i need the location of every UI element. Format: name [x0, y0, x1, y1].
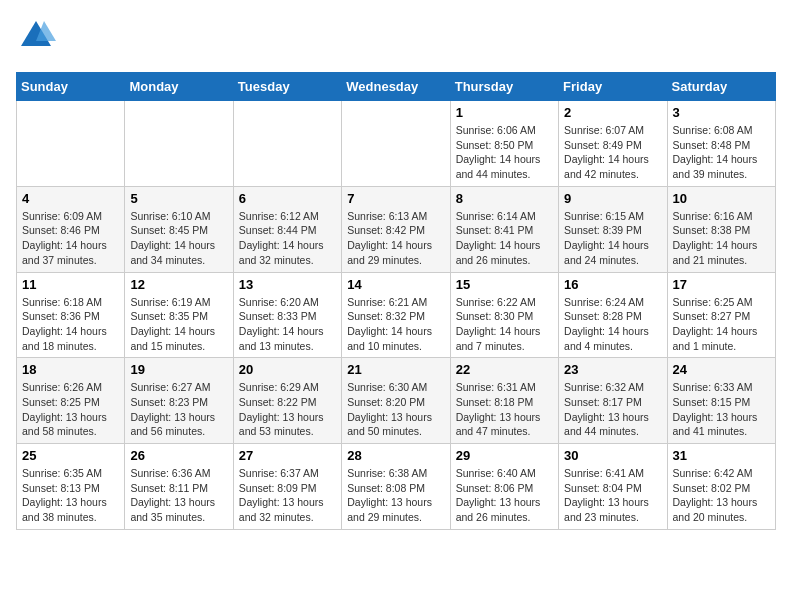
calendar-day-10: 10Sunrise: 6:16 AM Sunset: 8:38 PM Dayli… — [667, 186, 775, 272]
day-content: Sunrise: 6:30 AM Sunset: 8:20 PM Dayligh… — [347, 380, 444, 439]
day-content: Sunrise: 6:09 AM Sunset: 8:46 PM Dayligh… — [22, 209, 119, 268]
day-number: 7 — [347, 191, 444, 206]
day-content: Sunrise: 6:19 AM Sunset: 8:35 PM Dayligh… — [130, 295, 227, 354]
calendar-day-7: 7Sunrise: 6:13 AM Sunset: 8:42 PM Daylig… — [342, 186, 450, 272]
day-number: 18 — [22, 362, 119, 377]
day-number: 3 — [673, 105, 770, 120]
day-number: 30 — [564, 448, 661, 463]
logo-icon — [16, 16, 56, 56]
calendar-day-1: 1Sunrise: 6:06 AM Sunset: 8:50 PM Daylig… — [450, 101, 558, 187]
calendar-day-17: 17Sunrise: 6:25 AM Sunset: 8:27 PM Dayli… — [667, 272, 775, 358]
day-number: 22 — [456, 362, 553, 377]
calendar-week-4: 18Sunrise: 6:26 AM Sunset: 8:25 PM Dayli… — [17, 358, 776, 444]
day-content: Sunrise: 6:38 AM Sunset: 8:08 PM Dayligh… — [347, 466, 444, 525]
header-saturday: Saturday — [667, 73, 775, 101]
day-content: Sunrise: 6:37 AM Sunset: 8:09 PM Dayligh… — [239, 466, 336, 525]
day-number: 6 — [239, 191, 336, 206]
header-sunday: Sunday — [17, 73, 125, 101]
day-number: 11 — [22, 277, 119, 292]
calendar-week-3: 11Sunrise: 6:18 AM Sunset: 8:36 PM Dayli… — [17, 272, 776, 358]
day-content: Sunrise: 6:40 AM Sunset: 8:06 PM Dayligh… — [456, 466, 553, 525]
day-content: Sunrise: 6:35 AM Sunset: 8:13 PM Dayligh… — [22, 466, 119, 525]
calendar-day-4: 4Sunrise: 6:09 AM Sunset: 8:46 PM Daylig… — [17, 186, 125, 272]
day-content: Sunrise: 6:25 AM Sunset: 8:27 PM Dayligh… — [673, 295, 770, 354]
empty-cell — [17, 101, 125, 187]
day-content: Sunrise: 6:06 AM Sunset: 8:50 PM Dayligh… — [456, 123, 553, 182]
calendar-day-25: 25Sunrise: 6:35 AM Sunset: 8:13 PM Dayli… — [17, 444, 125, 530]
day-content: Sunrise: 6:10 AM Sunset: 8:45 PM Dayligh… — [130, 209, 227, 268]
day-number: 19 — [130, 362, 227, 377]
day-number: 25 — [22, 448, 119, 463]
calendar-day-28: 28Sunrise: 6:38 AM Sunset: 8:08 PM Dayli… — [342, 444, 450, 530]
calendar-header-row: SundayMondayTuesdayWednesdayThursdayFrid… — [17, 73, 776, 101]
calendar-day-16: 16Sunrise: 6:24 AM Sunset: 8:28 PM Dayli… — [559, 272, 667, 358]
day-number: 20 — [239, 362, 336, 377]
calendar-week-5: 25Sunrise: 6:35 AM Sunset: 8:13 PM Dayli… — [17, 444, 776, 530]
day-number: 9 — [564, 191, 661, 206]
day-content: Sunrise: 6:27 AM Sunset: 8:23 PM Dayligh… — [130, 380, 227, 439]
header — [16, 16, 776, 60]
day-content: Sunrise: 6:08 AM Sunset: 8:48 PM Dayligh… — [673, 123, 770, 182]
day-number: 16 — [564, 277, 661, 292]
calendar-week-1: 1Sunrise: 6:06 AM Sunset: 8:50 PM Daylig… — [17, 101, 776, 187]
day-number: 15 — [456, 277, 553, 292]
day-content: Sunrise: 6:07 AM Sunset: 8:49 PM Dayligh… — [564, 123, 661, 182]
day-content: Sunrise: 6:16 AM Sunset: 8:38 PM Dayligh… — [673, 209, 770, 268]
day-content: Sunrise: 6:36 AM Sunset: 8:11 PM Dayligh… — [130, 466, 227, 525]
calendar-day-5: 5Sunrise: 6:10 AM Sunset: 8:45 PM Daylig… — [125, 186, 233, 272]
day-number: 31 — [673, 448, 770, 463]
day-number: 26 — [130, 448, 227, 463]
day-number: 5 — [130, 191, 227, 206]
day-number: 23 — [564, 362, 661, 377]
day-content: Sunrise: 6:24 AM Sunset: 8:28 PM Dayligh… — [564, 295, 661, 354]
calendar-day-22: 22Sunrise: 6:31 AM Sunset: 8:18 PM Dayli… — [450, 358, 558, 444]
calendar-day-12: 12Sunrise: 6:19 AM Sunset: 8:35 PM Dayli… — [125, 272, 233, 358]
day-number: 21 — [347, 362, 444, 377]
day-content: Sunrise: 6:13 AM Sunset: 8:42 PM Dayligh… — [347, 209, 444, 268]
header-wednesday: Wednesday — [342, 73, 450, 101]
day-content: Sunrise: 6:32 AM Sunset: 8:17 PM Dayligh… — [564, 380, 661, 439]
empty-cell — [233, 101, 341, 187]
day-number: 12 — [130, 277, 227, 292]
calendar-day-6: 6Sunrise: 6:12 AM Sunset: 8:44 PM Daylig… — [233, 186, 341, 272]
day-number: 8 — [456, 191, 553, 206]
calendar-day-29: 29Sunrise: 6:40 AM Sunset: 8:06 PM Dayli… — [450, 444, 558, 530]
calendar-day-23: 23Sunrise: 6:32 AM Sunset: 8:17 PM Dayli… — [559, 358, 667, 444]
day-content: Sunrise: 6:42 AM Sunset: 8:02 PM Dayligh… — [673, 466, 770, 525]
calendar-day-21: 21Sunrise: 6:30 AM Sunset: 8:20 PM Dayli… — [342, 358, 450, 444]
calendar-day-19: 19Sunrise: 6:27 AM Sunset: 8:23 PM Dayli… — [125, 358, 233, 444]
calendar-day-24: 24Sunrise: 6:33 AM Sunset: 8:15 PM Dayli… — [667, 358, 775, 444]
calendar-week-2: 4Sunrise: 6:09 AM Sunset: 8:46 PM Daylig… — [17, 186, 776, 272]
day-number: 27 — [239, 448, 336, 463]
day-number: 13 — [239, 277, 336, 292]
calendar-day-8: 8Sunrise: 6:14 AM Sunset: 8:41 PM Daylig… — [450, 186, 558, 272]
day-content: Sunrise: 6:41 AM Sunset: 8:04 PM Dayligh… — [564, 466, 661, 525]
logo — [16, 16, 56, 60]
day-number: 29 — [456, 448, 553, 463]
day-content: Sunrise: 6:14 AM Sunset: 8:41 PM Dayligh… — [456, 209, 553, 268]
day-content: Sunrise: 6:20 AM Sunset: 8:33 PM Dayligh… — [239, 295, 336, 354]
day-content: Sunrise: 6:29 AM Sunset: 8:22 PM Dayligh… — [239, 380, 336, 439]
empty-cell — [125, 101, 233, 187]
calendar-day-27: 27Sunrise: 6:37 AM Sunset: 8:09 PM Dayli… — [233, 444, 341, 530]
header-thursday: Thursday — [450, 73, 558, 101]
day-number: 24 — [673, 362, 770, 377]
calendar-day-20: 20Sunrise: 6:29 AM Sunset: 8:22 PM Dayli… — [233, 358, 341, 444]
day-number: 28 — [347, 448, 444, 463]
calendar-day-11: 11Sunrise: 6:18 AM Sunset: 8:36 PM Dayli… — [17, 272, 125, 358]
calendar-day-18: 18Sunrise: 6:26 AM Sunset: 8:25 PM Dayli… — [17, 358, 125, 444]
calendar-table: SundayMondayTuesdayWednesdayThursdayFrid… — [16, 72, 776, 530]
day-content: Sunrise: 6:21 AM Sunset: 8:32 PM Dayligh… — [347, 295, 444, 354]
day-number: 10 — [673, 191, 770, 206]
day-number: 2 — [564, 105, 661, 120]
header-tuesday: Tuesday — [233, 73, 341, 101]
day-content: Sunrise: 6:12 AM Sunset: 8:44 PM Dayligh… — [239, 209, 336, 268]
calendar-day-2: 2Sunrise: 6:07 AM Sunset: 8:49 PM Daylig… — [559, 101, 667, 187]
day-number: 4 — [22, 191, 119, 206]
calendar-day-26: 26Sunrise: 6:36 AM Sunset: 8:11 PM Dayli… — [125, 444, 233, 530]
day-content: Sunrise: 6:33 AM Sunset: 8:15 PM Dayligh… — [673, 380, 770, 439]
calendar-day-14: 14Sunrise: 6:21 AM Sunset: 8:32 PM Dayli… — [342, 272, 450, 358]
calendar-day-15: 15Sunrise: 6:22 AM Sunset: 8:30 PM Dayli… — [450, 272, 558, 358]
day-content: Sunrise: 6:22 AM Sunset: 8:30 PM Dayligh… — [456, 295, 553, 354]
day-number: 1 — [456, 105, 553, 120]
